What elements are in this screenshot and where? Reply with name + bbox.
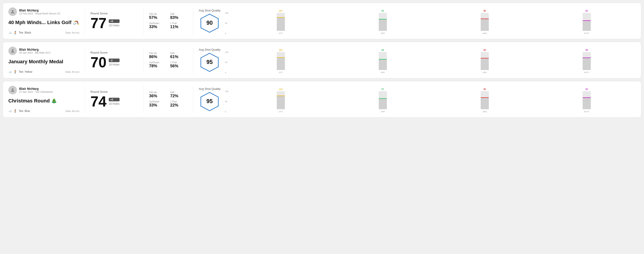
bar-x-label: OTT [279, 71, 283, 74]
bar-x-label: ARG [482, 32, 487, 34]
stat-value: 22% [170, 103, 188, 108]
stat-item: Up/Down33% [149, 100, 167, 108]
y-axis: 100500 [225, 90, 228, 113]
stat-item: FW Hit86% [149, 52, 167, 59]
bar-fill [481, 19, 489, 31]
bar-group: 87APP [334, 88, 432, 113]
bar-wrapper [583, 13, 591, 31]
user-name: Blair McHarg [19, 48, 50, 51]
bar-top-label: 99 [585, 49, 588, 51]
user-row: Blair McHarg29 Jan 2022 · Mill Ride GCC [8, 47, 80, 55]
hex-container: Avg Shot Quality 95 [199, 87, 220, 112]
score-number: 70 [90, 55, 106, 70]
score-section: Round Score77+518 Holes [85, 7, 144, 34]
date-course: 12 Feb 2022 · Royal North Devon GC [19, 12, 60, 15]
bar-fill [583, 98, 591, 109]
round-card: Blair McHarg27 Dec 2021 · The Oxfordshir… [3, 81, 641, 118]
tee-info: ☁️ 🏌 Tee: Yellow [8, 70, 32, 74]
tee-label: Tee: Blue [19, 110, 30, 113]
stat-value: 33% [149, 24, 167, 29]
bar-group: 107OTT [232, 10, 330, 34]
bar-line [583, 57, 591, 58]
avatar[interactable] [8, 86, 17, 94]
data-source: Data: Arccos [66, 70, 80, 73]
bar-x-label: PUTT [584, 111, 590, 113]
bar-group: 82PUTT [538, 10, 636, 34]
stats-section: FW Hit36%GIR72%Up/Down33%1 Putt22% [144, 86, 193, 113]
y-label: 50 [225, 22, 228, 24]
user-info: Blair McHarg12 Feb 2022 · Royal North De… [19, 8, 60, 15]
stat-item: GIR61% [170, 52, 188, 59]
svg-point-0 [12, 10, 13, 12]
bar-line [481, 18, 489, 19]
bar-group: 101OTT [232, 49, 330, 74]
hex-container: Avg Shot Quality 95 [199, 48, 220, 73]
avatar[interactable] [8, 7, 17, 16]
bar-wrapper [481, 52, 489, 70]
y-label: 50 [225, 101, 228, 103]
tee-info: ☁️ 🏌 Tee: Blue [8, 109, 30, 113]
weather-icon: ☁️ [8, 70, 12, 74]
bar-line [277, 17, 285, 18]
svg-point-3 [12, 49, 13, 51]
svg-text:90: 90 [206, 20, 213, 26]
round-title: 40 Mph Winds... Links Golf 🪃 [8, 20, 80, 25]
hexagon: 95 [200, 52, 220, 73]
quality-section: Avg Shot Quality 90 100500107OTT95APP98A… [193, 7, 636, 34]
round-left-section: Blair McHarg29 Jan 2022 · Mill Ride GCCJ… [8, 47, 85, 74]
holes-text: 18 Holes [109, 102, 119, 105]
score-number: 74 [90, 94, 106, 109]
stat-item: 1 Putt56% [170, 61, 188, 68]
avg-shot-quality-label: Avg Shot Quality [199, 48, 220, 51]
score-row: 70-218 Holes [90, 55, 138, 70]
bar-fill [277, 18, 285, 31]
stat-item: FW Hit36% [149, 91, 167, 98]
bar-top-label: 87 [382, 88, 384, 91]
bar-x-label: APP [381, 71, 385, 74]
stats-section: FW Hit57%GIR83%Up/Down33%1 Putt11% [144, 7, 193, 34]
user-row: Blair McHarg12 Feb 2022 · Royal North De… [8, 7, 80, 16]
bar-line [277, 96, 285, 96]
stat-value: 56% [170, 64, 188, 68]
bar-wrapper [379, 13, 387, 31]
hexagon: 90 [200, 13, 220, 33]
bar-top-label: 101 [279, 49, 283, 51]
data-source: Data: Arccos [66, 110, 80, 112]
tee-label: Tee: Yellow [19, 70, 32, 73]
stat-value: 57% [149, 15, 167, 20]
user-name: Blair McHarg [19, 8, 60, 12]
user-name: Blair McHarg [19, 87, 53, 91]
bar-top-label: 82 [585, 10, 588, 12]
round-score-label: Round Score [90, 12, 138, 15]
avatar[interactable] [8, 47, 17, 55]
user-info: Blair McHarg27 Dec 2021 · The Oxfordshir… [19, 87, 53, 93]
score-badge: -2 [109, 59, 119, 62]
bar-fill [379, 99, 387, 109]
stat-label: FW Hit [149, 52, 167, 54]
svg-text:95: 95 [206, 59, 213, 65]
bar-fill [583, 21, 591, 31]
score-row: 77+518 Holes [90, 16, 138, 30]
svg-text:95: 95 [206, 98, 213, 104]
stat-value: 86% [149, 54, 167, 59]
round-score-label: Round Score [90, 90, 138, 94]
stats-grid: FW Hit57%GIR83%Up/Down33%1 Putt11% [149, 13, 188, 29]
score-section: Round Score74+218 Holes [85, 86, 144, 113]
bar-x-label: ARG [482, 111, 487, 113]
bar-top-label: 110 [279, 88, 283, 91]
bar-wrapper [277, 13, 285, 31]
stat-label: 1 Putt [170, 100, 188, 103]
user-row: Blair McHarg27 Dec 2021 · The Oxfordshir… [8, 86, 80, 94]
bottom-row: ☁️ 🏌 Tee: Blue Data: Arccos [8, 109, 80, 113]
bar-line [583, 97, 591, 98]
bar-group: 96ARG [436, 49, 534, 74]
bottom-row: ☁️ 🏌 Tee: Yellow Data: Arccos [8, 70, 80, 74]
bar-top-label: 95 [484, 88, 486, 91]
round-title: Christmas Round 🎄 [8, 98, 80, 104]
bar-top-label: 95 [382, 10, 384, 12]
bar-line [277, 57, 285, 58]
stat-label: 1 Putt [170, 22, 188, 24]
weather-icon: ☁️ [8, 109, 12, 113]
bar-top-label: 93 [585, 88, 588, 91]
score-detail: +518 Holes [109, 19, 119, 27]
